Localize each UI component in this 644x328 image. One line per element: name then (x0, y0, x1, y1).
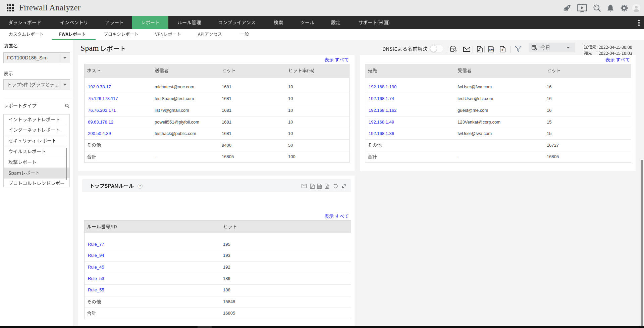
svg-text:CSV: CSV (489, 49, 494, 51)
svg-text:X: X (501, 48, 503, 52)
